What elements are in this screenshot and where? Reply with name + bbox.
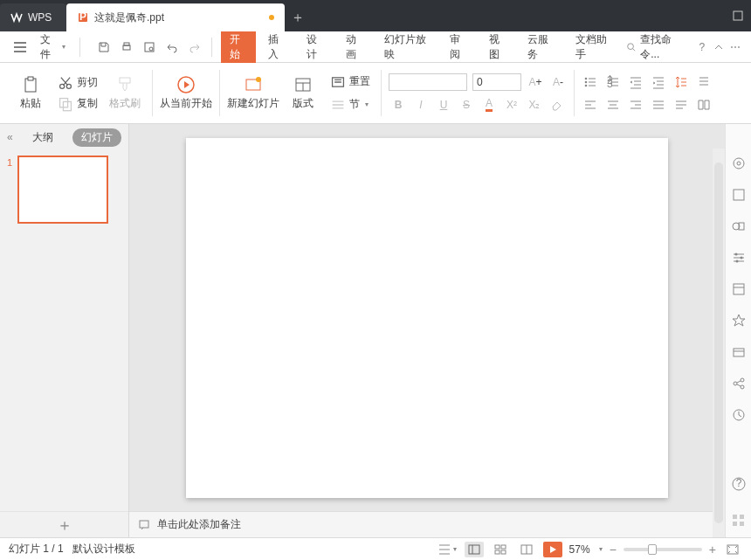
object-panel-icon[interactable] — [731, 187, 747, 203]
template-panel-icon[interactable] — [731, 281, 747, 297]
tab-outline[interactable]: 大纲 — [24, 128, 62, 147]
svg-rect-43 — [733, 515, 737, 519]
format-painter-button[interactable]: 格式刷 — [105, 75, 145, 111]
help-button[interactable]: ? — [695, 39, 708, 55]
normal-view-button[interactable] — [465, 542, 484, 557]
chevron-down-icon: ▾ — [599, 545, 603, 553]
underline-button[interactable]: U — [435, 96, 452, 114]
strikethrough-button[interactable]: S — [458, 96, 475, 114]
layout-icon — [294, 76, 312, 93]
zoom-out-button[interactable]: − — [610, 543, 617, 557]
menu-review[interactable]: 审阅 — [441, 29, 476, 66]
menu-doc-helper[interactable]: 文档助手 — [567, 29, 620, 66]
menu-animation[interactable]: 动画 — [337, 29, 372, 66]
reading-view-button[interactable] — [517, 542, 536, 557]
font-size-select[interactable]: 0 — [472, 73, 521, 91]
slide-canvas[interactable] — [186, 138, 668, 498]
play-from-current-button[interactable]: 从当前开始 — [160, 75, 212, 111]
bullets-button[interactable] — [582, 73, 599, 91]
slide-thumbnail-1[interactable] — [17, 156, 108, 224]
numbering-button[interactable]: 123 — [604, 73, 622, 91]
settings-panel-icon[interactable] — [731, 250, 747, 266]
section-button[interactable]: 节▾ — [327, 95, 374, 114]
increase-indent-button[interactable] — [650, 73, 667, 91]
favorite-icon[interactable] — [731, 313, 747, 328]
increase-font-button[interactable]: A+ — [527, 73, 544, 91]
reset-button[interactable]: 重置 — [327, 73, 374, 92]
paste-button[interactable]: 粘贴 — [10, 75, 51, 111]
menu-design[interactable]: 设计 — [298, 29, 333, 66]
paintbrush-icon — [116, 76, 134, 93]
svg-rect-14 — [120, 78, 130, 83]
title-bar: WPS P 这就是佩奇.ppt ＋ — [0, 0, 751, 31]
italic-button[interactable]: I — [412, 96, 430, 114]
align-left-button[interactable] — [582, 96, 599, 114]
more-menu[interactable]: ⋯ — [729, 39, 742, 55]
cut-button[interactable]: 剪切 — [54, 73, 101, 93]
sorter-view-button[interactable] — [491, 542, 510, 557]
add-slide-button[interactable]: ＋ — [0, 511, 128, 537]
svg-point-39 — [741, 385, 744, 389]
canvas-viewport[interactable] — [129, 124, 725, 511]
svg-point-6 — [149, 47, 153, 51]
undo-button[interactable] — [164, 39, 180, 55]
ribbon-slides-group: 新建幻灯片 版式 重置 节▾ — [222, 65, 379, 121]
style-panel-icon[interactable] — [731, 156, 747, 171]
save-button[interactable] — [96, 39, 112, 55]
superscript-button[interactable]: X² — [503, 96, 520, 114]
svg-rect-49 — [501, 545, 506, 549]
line-spacing-button[interactable] — [672, 73, 690, 91]
grid-icon[interactable] — [731, 513, 747, 529]
clear-format-button[interactable] — [548, 96, 566, 114]
copy-button[interactable]: 复制 — [54, 94, 101, 114]
zoom-slider[interactable] — [624, 548, 702, 551]
ribbon-collapse-button[interactable] — [712, 39, 725, 55]
font-color-button[interactable]: A — [480, 96, 498, 114]
file-menu[interactable]: 文件▾ — [35, 31, 71, 64]
fit-to-window-button[interactable] — [723, 542, 742, 557]
menu-view[interactable]: 视图 — [480, 29, 515, 66]
new-tab-button[interactable]: ＋ — [285, 3, 311, 31]
menu-toggle-icon[interactable]: ▾ — [438, 542, 458, 557]
menu-start[interactable]: 开始 — [221, 29, 256, 66]
svg-point-20 — [585, 77, 588, 80]
hamburger-menu[interactable] — [9, 40, 31, 54]
help-icon[interactable]: ? — [731, 476, 747, 492]
shape-panel-icon[interactable] — [731, 218, 747, 234]
window-maximize-icon[interactable] — [725, 0, 751, 31]
align-center-button[interactable] — [604, 96, 622, 114]
share-icon[interactable] — [731, 376, 747, 391]
slideshow-button[interactable] — [543, 542, 562, 557]
decrease-font-button[interactable]: A- — [549, 73, 567, 91]
font-family-select[interactable] — [389, 73, 467, 91]
command-search[interactable]: 查找命令... — [626, 32, 683, 62]
print-button[interactable] — [119, 39, 134, 55]
align-right-button[interactable] — [627, 96, 644, 114]
bold-button[interactable]: B — [389, 96, 407, 114]
align-justify-button[interactable] — [650, 96, 667, 114]
redo-button[interactable] — [187, 39, 203, 55]
print-preview-button[interactable] — [141, 39, 157, 55]
notes-pane[interactable]: 单击此处添加备注 — [129, 511, 725, 537]
archive-icon[interactable] — [731, 344, 747, 360]
tab-document[interactable]: P 这就是佩奇.ppt — [66, 3, 285, 31]
tab-slides[interactable]: 幻灯片 — [72, 128, 121, 147]
vertical-scrollbar[interactable] — [713, 149, 725, 537]
new-slide-button[interactable]: 新建幻灯片 — [227, 75, 279, 111]
menu-slideshow[interactable]: 幻灯片放映 — [376, 29, 438, 66]
zoom-slider-knob[interactable] — [648, 544, 657, 555]
menu-insert[interactable]: 插入 — [259, 29, 294, 66]
layout-button[interactable]: 版式 — [283, 75, 323, 111]
menu-cloud[interactable]: 云服务 — [519, 29, 563, 66]
collapse-panel-icon[interactable]: « — [7, 131, 13, 143]
decrease-indent-button[interactable] — [627, 73, 644, 91]
zoom-level[interactable]: 57% — [569, 543, 590, 556]
eraser-icon — [550, 98, 564, 112]
history-icon[interactable] — [731, 407, 747, 423]
tab-wps[interactable]: WPS — [0, 3, 66, 31]
zoom-in-button[interactable]: + — [709, 543, 716, 557]
distribute-button[interactable] — [672, 96, 690, 114]
columns-button[interactable] — [695, 96, 713, 114]
text-direction-button[interactable] — [695, 73, 713, 91]
subscript-button[interactable]: X₂ — [526, 96, 543, 114]
